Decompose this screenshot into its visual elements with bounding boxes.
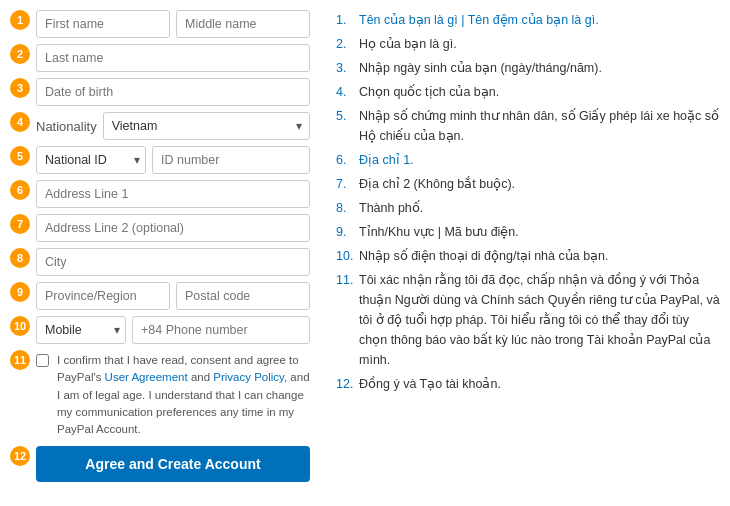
form-panel: 1 2 3 4 Nationality Vietnam United State… [10,10,310,496]
step-10-badge: 10 [10,316,30,336]
step-11-badge: 11 [10,350,30,370]
nationality-select-wrap: Vietnam United States United Kingdom Jap… [103,112,310,140]
user-agreement-link[interactable]: User Agreement [105,371,188,383]
instruction-1: 1. Tên của bạn là gì | Tên đệm của bạn l… [336,10,720,30]
step-1-row: 1 [10,10,310,38]
phone-type-wrap: Mobile Home Work [36,316,126,344]
instruction-8: 8. Thành phố. [336,198,720,218]
instruction-text-10: Nhập số điện thoại di động/tại nhà của b… [359,246,609,266]
instruction-4: 4. Chọn quốc tịch của bạn. [336,82,720,102]
instruction-3: 3. Nhập ngày sinh của bạn (ngày/tháng/nă… [336,58,720,78]
phone-input[interactable] [132,316,310,344]
step-1-badge: 1 [10,10,30,30]
step-11-row: 11 I confirm that I have read, consent a… [10,350,310,440]
agreement-text: I confirm that I have read, consent and … [57,352,310,438]
instruction-11: 11. Tôi xác nhận rằng tôi đã đọc, chấp n… [336,270,720,370]
last-name-field [36,44,310,72]
instruction-7: 7. Địa chỉ 2 (Không bắt buộc). [336,174,720,194]
step-3-row: 3 [10,78,310,106]
instruction-text-12: Đồng ý và Tạo tài khoản. [359,374,501,394]
instruction-num-5: 5. [336,106,354,126]
instruction-num-9: 9. [336,222,354,242]
instruction-text-9: Tỉnh/Khu vực | Mã bưu điện. [359,222,519,242]
id-number-input[interactable] [152,146,310,174]
address1-field [36,180,310,208]
nationality-label: Nationality [36,119,97,134]
step-2-row: 2 [10,44,310,72]
instruction-text-2: Họ của bạn là gì. [359,34,457,54]
nationality-field: Nationality Vietnam United States United… [36,112,310,140]
instruction-12: 12. Đồng ý và Tạo tài khoản. [336,374,720,394]
instruction-text-6: Địa chỉ 1. [359,150,414,170]
instructions-panel: 1. Tên của bạn là gì | Tên đệm của bạn l… [326,10,720,496]
address2-input[interactable] [36,214,310,242]
submit-button-wrap: Agree and Create Account [36,446,310,482]
step-9-badge: 9 [10,282,30,302]
step-7-row: 7 [10,214,310,242]
middle-name-input[interactable] [176,10,310,38]
step-6-row: 6 [10,180,310,208]
instruction-num-1: 1. [336,10,354,30]
agree-create-account-button[interactable]: Agree and Create Account [36,446,310,482]
instruction-2: 2. Họ của bạn là gì. [336,34,720,54]
instruction-num-4: 4. [336,82,354,102]
nationality-select[interactable]: Vietnam United States United Kingdom Jap… [103,112,310,140]
step-8-badge: 8 [10,248,30,268]
instruction-text-7: Địa chỉ 2 (Không bắt buộc). [359,174,515,194]
instruction-num-8: 8. [336,198,354,218]
name-fields [36,10,310,38]
postal-input[interactable] [176,282,310,310]
instruction-text-8: Thành phố. [359,198,423,218]
step-2-badge: 2 [10,44,30,64]
step-6-badge: 6 [10,180,30,200]
city-field [36,248,310,276]
instruction-6: 6. Địa chỉ 1. [336,150,720,170]
phone-type-select[interactable]: Mobile Home Work [36,316,126,344]
instruction-10: 10. Nhập số điện thoại di động/tại nhà c… [336,246,720,266]
dob-input[interactable] [36,78,310,106]
national-id-field: National ID Passport Driver's License [36,146,310,174]
step-8-row: 8 [10,248,310,276]
instruction-num-6: 6. [336,150,354,170]
instruction-num-3: 3. [336,58,354,78]
province-postal-fields [36,282,310,310]
step-10-row: 10 Mobile Home Work [10,316,310,344]
instruction-num-10: 10. [336,246,354,266]
step-12-badge: 12 [10,446,30,466]
address2-field [36,214,310,242]
address1-input[interactable] [36,180,310,208]
step-3-badge: 3 [10,78,30,98]
first-name-input[interactable] [36,10,170,38]
instruction-num-7: 7. [336,174,354,194]
instruction-num-2: 2. [336,34,354,54]
city-input[interactable] [36,248,310,276]
instruction-text-5: Nhập số chứng minh thư nhân dân, số Giấy… [359,106,720,146]
last-name-input[interactable] [36,44,310,72]
step-4-badge: 4 [10,112,30,132]
step-12-row: 12 Agree and Create Account [10,446,310,482]
agreement-checkbox[interactable] [36,354,49,367]
instruction-9: 9. Tỉnh/Khu vực | Mã bưu điện. [336,222,720,242]
agreement-checkbox-row: I confirm that I have read, consent and … [36,350,310,440]
instruction-text-11: Tôi xác nhận rằng tôi đã đọc, chấp nhận … [359,270,720,370]
dob-field [36,78,310,106]
instruction-text-4: Chọn quốc tịch của bạn. [359,82,499,102]
step-9-row: 9 [10,282,310,310]
instruction-text-3: Nhập ngày sinh của bạn (ngày/tháng/năm). [359,58,602,78]
step-4-row: 4 Nationality Vietnam United States Unit… [10,112,310,140]
id-type-select-wrap: National ID Passport Driver's License [36,146,146,174]
step-7-badge: 7 [10,214,30,234]
instruction-num-11: 11. [336,270,354,290]
phone-field: Mobile Home Work [36,316,310,344]
step-5-row: 5 National ID Passport Driver's License [10,146,310,174]
instruction-5: 5. Nhập số chứng minh thư nhân dân, số G… [336,106,720,146]
id-type-select[interactable]: National ID Passport Driver's License [36,146,146,174]
instruction-num-12: 12. [336,374,354,394]
privacy-policy-link[interactable]: Privacy Policy [213,371,284,383]
province-input[interactable] [36,282,170,310]
instruction-text-1: Tên của bạn là gì | Tên đệm của bạn là g… [359,10,599,30]
step-5-badge: 5 [10,146,30,166]
